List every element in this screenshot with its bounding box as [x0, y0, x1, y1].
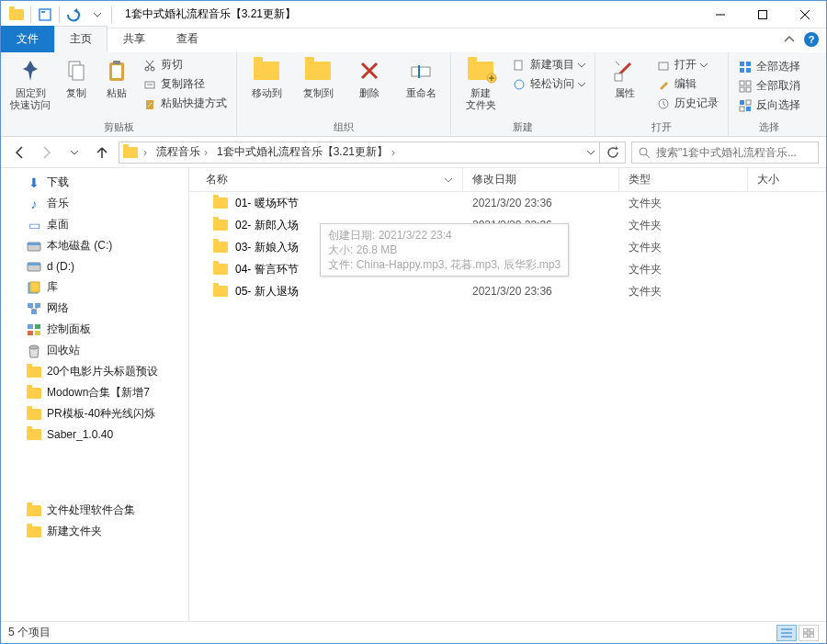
new-item-button[interactable]: 新建项目 [508, 56, 589, 73]
rename-icon [406, 56, 436, 85]
back-button[interactable] [8, 141, 30, 164]
list-item[interactable]: 05- 新人退场2021/3/20 23:36文件夹 [189, 280, 826, 302]
sidebar-item-icon [27, 503, 41, 518]
tab-share[interactable]: 共享 [108, 26, 161, 52]
file-date: 2021/3/20 23:36 [463, 197, 619, 209]
select-none-button[interactable]: 全部取消 [734, 77, 804, 95]
file-type: 文件夹 [619, 240, 748, 255]
sidebar-item-icon [27, 322, 41, 337]
open-button[interactable]: 打开 [652, 56, 722, 73]
search-box[interactable] [631, 141, 819, 164]
sidebar-item-label: 下载 [47, 175, 69, 190]
sidebar-item[interactable]: 本地磁盘 (C:) [1, 235, 188, 256]
chevron-down-icon[interactable] [586, 148, 595, 157]
refresh-button[interactable] [600, 141, 626, 164]
ribbon-group-new: 新建 文件夹 新建项目 轻松访问 新建 [451, 52, 595, 136]
recent-dropdown[interactable] [63, 141, 85, 164]
sidebar-item-label: Modown合集【新增7 [47, 385, 150, 401]
svg-rect-51 [35, 303, 40, 308]
copy-to-button[interactable]: 复制到 [294, 54, 342, 101]
history-button[interactable]: 历史记录 [652, 95, 722, 112]
column-size[interactable]: 大小 [748, 168, 826, 191]
sidebar-item-label: 网络 [47, 300, 69, 316]
thumbnails-view-button[interactable] [799, 625, 819, 641]
delete-icon [355, 56, 384, 85]
ribbon-group-organize: 移动到 复制到 删除 重命名 组织 [237, 52, 451, 136]
paste-shortcut-button[interactable]: 粘贴快捷方式 [139, 95, 231, 112]
move-to-button[interactable]: 移动到 [243, 54, 290, 101]
properties-qat-button[interactable] [35, 5, 55, 25]
column-type[interactable]: 类型 [619, 168, 748, 191]
details-view-button[interactable] [776, 625, 797, 641]
tab-home[interactable]: 主页 [54, 26, 108, 52]
paste-button[interactable]: 粘贴 [98, 54, 135, 101]
breadcrumb-segment[interactable]: 1套中式婚礼流程音乐【3.21更新】› [213, 144, 399, 160]
invert-selection-button[interactable]: 反向选择 [734, 96, 804, 114]
svg-rect-47 [28, 263, 40, 266]
help-icon[interactable]: ? [804, 32, 819, 47]
collapse-ribbon-icon[interactable] [784, 34, 795, 45]
file-name: 05- 新人退场 [235, 284, 299, 299]
sidebar-item[interactable]: 网络 [1, 298, 188, 319]
svg-rect-49 [30, 282, 40, 292]
rename-button[interactable]: 重命名 [397, 54, 445, 101]
tab-view[interactable]: 查看 [161, 26, 214, 52]
svg-rect-45 [28, 243, 40, 245]
cut-button[interactable]: 剪切 [139, 56, 231, 73]
sidebar-item-label: 新建文件夹 [47, 524, 102, 539]
sidebar-item[interactable]: d (D:) [1, 256, 188, 277]
copy-button[interactable]: 复制 [58, 54, 95, 101]
close-button[interactable] [784, 1, 826, 28]
sidebar-item[interactable]: PR模板-40种光线闪烁 [1, 403, 188, 424]
sidebar-item[interactable]: ♪音乐 [1, 193, 188, 214]
copy-to-icon [303, 56, 333, 85]
file-name: 04- 誓言环节 [235, 262, 299, 277]
address-bar[interactable]: › 流程音乐› 1套中式婚礼流程音乐【3.21更新】› [119, 141, 600, 164]
sidebar-item-icon [27, 365, 41, 379]
cut-icon [142, 58, 157, 73]
minimize-button[interactable] [699, 1, 742, 28]
pin-to-quick-access-button[interactable]: 固定到 快速访问 [6, 54, 54, 113]
new-folder-button[interactable]: 新建 文件夹 [457, 54, 504, 113]
sidebar-item[interactable]: 库 [1, 277, 188, 298]
sidebar-item[interactable]: 控制面板 [1, 319, 188, 340]
folder-icon [213, 198, 228, 209]
navigation-pane[interactable]: ⬇下载♪音乐▭桌面本地磁盘 (C:)d (D:)库网络控制面板回收站20个电影片… [1, 168, 189, 621]
sidebar-item[interactable]: 新建文件夹 [1, 521, 188, 542]
sidebar-item-label: 音乐 [47, 196, 69, 211]
sort-indicator-icon [444, 175, 453, 185]
sidebar-item[interactable]: ⬇下载 [1, 172, 188, 193]
sidebar-item[interactable]: ▭桌面 [1, 214, 188, 235]
folder-icon [213, 220, 228, 231]
sidebar-item-icon: ♪ [27, 197, 41, 211]
maximize-button[interactable] [742, 1, 784, 28]
column-date[interactable]: 修改日期 [463, 168, 619, 191]
qat-dropdown[interactable] [87, 5, 108, 25]
search-input[interactable] [656, 146, 812, 159]
sidebar-item[interactable]: 回收站 [1, 340, 188, 361]
delete-button[interactable]: 删除 [346, 54, 393, 101]
ribbon: 固定到 快速访问 复制 粘贴 剪切 复制路径 粘贴快捷方式 剪贴板 移动到 复制… [1, 52, 826, 137]
list-item[interactable]: 01- 暖场环节2021/3/20 23:36文件夹 [189, 192, 826, 214]
easy-access-button[interactable]: 轻松访问 [508, 75, 589, 93]
sidebar-item[interactable]: 20个电影片头标题预设 [1, 361, 188, 382]
select-all-button[interactable]: 全部选择 [734, 58, 804, 75]
properties-button[interactable]: 属性 [601, 54, 649, 101]
file-list[interactable]: 01- 暖场环节2021/3/20 23:36文件夹02- 新郎入场2021/3… [189, 192, 826, 621]
undo-qat-button[interactable] [63, 5, 84, 25]
folder-icon [213, 286, 228, 297]
up-button[interactable] [91, 141, 113, 164]
file-name: 01- 暖场环节 [235, 196, 299, 211]
copy-path-button[interactable]: 复制路径 [139, 75, 231, 93]
column-name[interactable]: 名称 [189, 168, 463, 191]
breadcrumb-segment[interactable]: 流程音乐› [153, 144, 211, 160]
sidebar-item[interactable]: Modown合集【新增7 [1, 382, 188, 403]
forward-button[interactable] [36, 141, 58, 164]
sidebar-item-label: 控制面板 [47, 322, 91, 337]
sidebar-item[interactable]: 文件处理软件合集 [1, 500, 188, 521]
edit-button[interactable]: 编辑 [652, 75, 722, 93]
sidebar-item-icon [27, 301, 41, 316]
sidebar-item[interactable]: Saber_1.0.40 [1, 424, 188, 445]
tab-file[interactable]: 文件 [1, 26, 54, 52]
sidebar-item-icon [27, 427, 41, 442]
